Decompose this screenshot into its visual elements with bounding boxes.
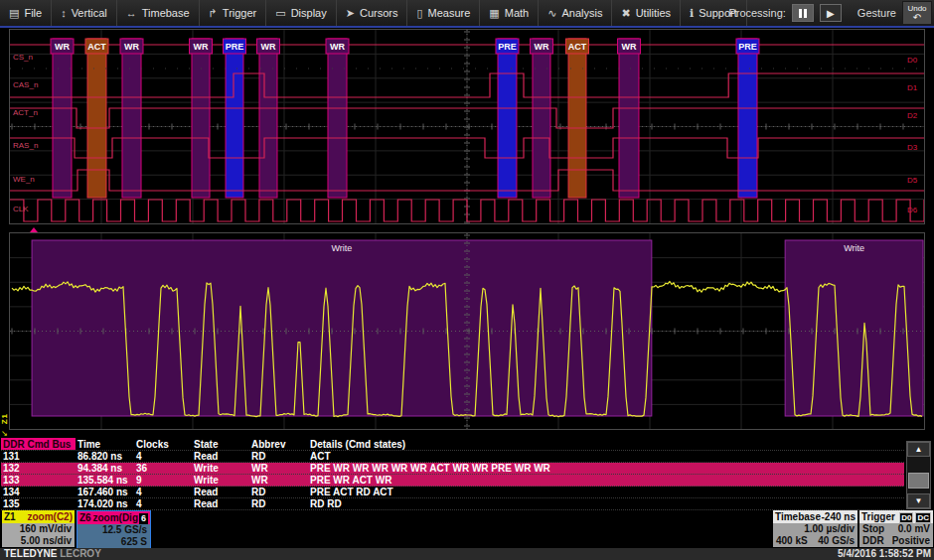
cmd-label: PRE xyxy=(738,42,757,52)
trigger-level: 0.0 mV xyxy=(898,523,930,535)
z6-samples: 625 S xyxy=(80,536,147,548)
table-header-cell: Time xyxy=(76,438,134,450)
table-cell: PRE WR WR WR WR WR ACT WR WR PRE WR WR xyxy=(308,463,904,474)
menu-item-timebase[interactable]: ↔Timebase xyxy=(117,0,200,26)
scrollbar-thumb[interactable] xyxy=(908,473,929,489)
table-cell: 131 xyxy=(1,451,76,462)
cmd-label: WR xyxy=(194,42,209,52)
pause-button[interactable] xyxy=(792,4,814,22)
table-row-132[interactable]: 13294.384 ns36WriteWRPRE WR WR WR WR WR … xyxy=(1,463,904,475)
table-cell: RD xyxy=(249,498,308,509)
undo-button[interactable]: Undo ↶ xyxy=(902,1,932,25)
table-cell: 4 xyxy=(134,487,192,497)
menubar-right: Processing: ▶ Gesture Undo ↶ xyxy=(728,0,934,26)
gesture-label: Gesture xyxy=(857,7,896,19)
table-scrollbar[interactable]: ▲ ▼ xyxy=(906,441,931,509)
cmd-stripe-wr[interactable] xyxy=(122,39,141,198)
table-cell: RD xyxy=(249,451,308,462)
vertical-icon: ↕ xyxy=(61,7,67,19)
analog-zoom-panel[interactable]: WriteWrite xyxy=(9,232,925,430)
bus-line-label: D0 xyxy=(907,56,918,65)
menu-item-measure[interactable]: ▯Measure xyxy=(407,0,480,26)
cmd-stripe-pre[interactable] xyxy=(226,39,243,198)
table-cell: WR xyxy=(249,475,308,486)
table-cell: 134 xyxy=(1,487,76,497)
table-header-row: DDR Cmd BusTimeClocksStateAbbrevDetails … xyxy=(1,438,904,451)
table-cell: 167.460 ns xyxy=(76,487,134,497)
menu-item-label: Math xyxy=(505,7,529,19)
cmd-stripe-wr[interactable] xyxy=(259,39,277,198)
utilities-icon: ✖ xyxy=(621,7,630,20)
menu-item-cursors[interactable]: ➤Cursors xyxy=(337,0,408,26)
timebase-icon: ↔ xyxy=(126,7,137,19)
cmd-stripe-act[interactable] xyxy=(87,39,106,198)
cmd-stripe-pre[interactable] xyxy=(738,39,757,198)
table-cell: 135 xyxy=(1,498,76,509)
decode-region-write[interactable] xyxy=(32,240,652,416)
menu-item-display[interactable]: ▭Display xyxy=(266,0,336,26)
z1-id: Z1 xyxy=(4,510,16,523)
cmd-label: WR xyxy=(55,42,70,52)
cmd-stripe-wr[interactable] xyxy=(192,39,210,198)
table-header-cell: Clocks xyxy=(134,438,192,450)
table-row-135[interactable]: 135174.020 ns4ReadRDRD RD xyxy=(1,498,904,510)
table-header-cell: Abbrev xyxy=(249,438,308,450)
cmd-stripe-act[interactable] xyxy=(568,39,586,198)
play-button[interactable]: ▶ xyxy=(820,4,842,22)
table-row-131[interactable]: 13186.820 ns4ReadRDACT xyxy=(1,451,904,463)
table-cell: Write xyxy=(192,463,249,474)
display-icon: ▭ xyxy=(275,7,285,20)
datetime: 5/4/2016 1:58:52 PM xyxy=(838,548,931,560)
table-row-134[interactable]: 134167.460 ns4ReadRDPRE ACT RD ACT xyxy=(1,487,904,498)
menu-item-trigger[interactable]: ↱Trigger xyxy=(200,0,267,26)
cmd-stripe-wr[interactable] xyxy=(619,39,639,198)
table-row-133[interactable]: 133135.584 ns9WriteWRPRE WR ACT WR xyxy=(1,475,904,487)
cmd-label: WR xyxy=(534,42,548,52)
menu-item-utilities[interactable]: ✖Utilities xyxy=(612,0,681,26)
z6-samplerate: 12.5 GS/s xyxy=(80,524,147,536)
cmd-label: WR xyxy=(124,42,139,52)
menu-item-label: Cursors xyxy=(360,7,398,19)
cmd-stripe-wr[interactable] xyxy=(53,39,72,198)
menu-item-label: Measure xyxy=(428,7,471,19)
menubar: ▤File↕Vertical↔Timebase↱Trigger▭Display➤… xyxy=(0,0,934,26)
menu-item-math[interactable]: ▦Math xyxy=(480,0,539,26)
cmd-label: WR xyxy=(260,42,275,52)
menu-item-label: Timebase xyxy=(142,7,190,19)
timebase-panel[interactable]: Timebase -240 ns 1.00 µs/div 400 kS 40 G… xyxy=(773,510,857,547)
math-icon: ▦ xyxy=(489,7,499,20)
trigger-level-marker[interactable] xyxy=(30,227,38,232)
cmd-stripe-wr[interactable] xyxy=(328,39,347,198)
signal-label: RAS_n xyxy=(13,141,38,150)
scroll-up-button[interactable]: ▲ xyxy=(907,442,930,457)
z1-descriptor[interactable]: Z1 zoom(C2) 160 mV/div 5.00 ns/div xyxy=(2,510,75,547)
table-cell: PRE ACT RD ACT xyxy=(308,487,904,497)
table-cell: RD xyxy=(249,487,308,497)
trigger-panel[interactable]: Trigger D0DC Stop 0.0 mV DDR Positive xyxy=(859,510,933,547)
menu-item-vertical[interactable]: ↕Vertical xyxy=(52,0,117,26)
menu-item-file[interactable]: ▤File xyxy=(0,0,52,26)
digital-timing-panel[interactable]: CS_nD0CAS_nD1ACT_nD2RAS_nD3WE_nD5CLKD6WR… xyxy=(9,29,925,224)
cmd-stripe-wr[interactable] xyxy=(533,39,550,198)
cmd-stripe-pre[interactable] xyxy=(498,39,517,198)
menu-item-analysis[interactable]: ∿Analysis xyxy=(539,0,612,26)
cmd-label: PRE xyxy=(226,42,244,52)
z1-trace-marker-arrow: ↘ xyxy=(1,429,8,438)
table-cell: Read xyxy=(192,498,249,509)
bus-line-label: D3 xyxy=(907,143,918,152)
z6-descriptor[interactable]: Z6 zoom(Dig6 12.5 GS/s 625 S xyxy=(77,510,151,549)
z6-title: zoom(Dig6 xyxy=(92,511,148,524)
menu-items: ▤File↕Vertical↔Timebase↱Trigger▭Display➤… xyxy=(0,0,747,26)
table-cell: 36 xyxy=(134,463,192,474)
processing-label: Processing: xyxy=(728,7,785,19)
z1-title: zoom(C2) xyxy=(27,510,73,523)
z1-hdiv: 5.00 ns/div xyxy=(5,535,72,547)
menu-item-label: Analysis xyxy=(561,7,602,19)
cursors-icon: ➤ xyxy=(346,7,355,20)
cmd-label: WR xyxy=(330,42,345,52)
table-cell: 86.820 ns xyxy=(76,451,134,462)
decode-region-write[interactable] xyxy=(785,240,923,416)
table-cell: 4 xyxy=(134,498,192,509)
timebase-samples: 400 kS xyxy=(776,535,808,547)
scroll-down-button[interactable]: ▼ xyxy=(907,493,930,508)
